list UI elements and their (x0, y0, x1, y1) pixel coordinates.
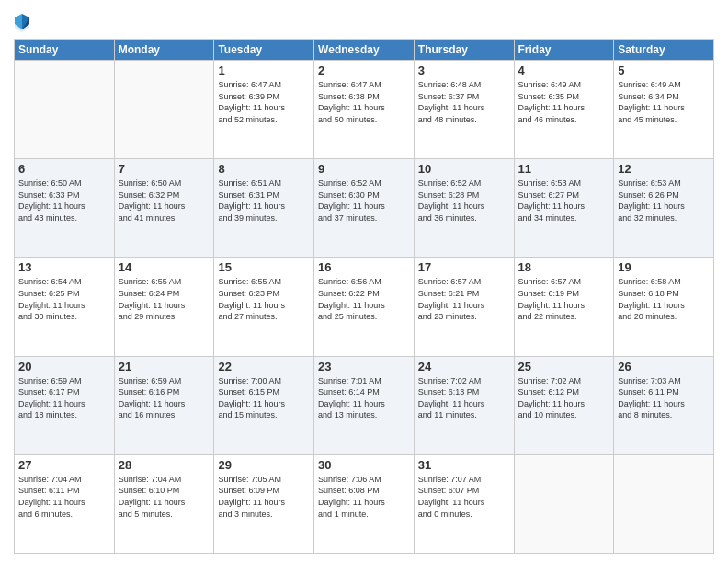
calendar-day-header-saturday: Saturday (614, 40, 714, 61)
day-info: Sunrise: 6:57 AM Sunset: 6:19 PM Dayligh… (518, 276, 610, 322)
calendar-day-16: 16Sunrise: 6:56 AM Sunset: 6:22 PM Dayli… (314, 258, 415, 356)
day-info: Sunrise: 7:04 AM Sunset: 6:11 PM Dayligh… (18, 474, 110, 520)
day-number: 8 (218, 162, 310, 176)
day-number: 30 (318, 458, 410, 472)
day-number: 18 (518, 260, 610, 274)
calendar-day-2: 2Sunrise: 6:47 AM Sunset: 6:38 PM Daylig… (314, 61, 415, 159)
day-info: Sunrise: 6:53 AM Sunset: 6:26 PM Dayligh… (618, 178, 710, 224)
day-number: 19 (618, 260, 710, 274)
calendar-day-14: 14Sunrise: 6:55 AM Sunset: 6:24 PM Dayli… (114, 258, 214, 356)
page: SundayMondayTuesdayWednesdayThursdayFrid… (0, 0, 728, 563)
day-number: 28 (119, 458, 210, 472)
calendar-day-21: 21Sunrise: 6:59 AM Sunset: 6:16 PM Dayli… (114, 356, 214, 454)
calendar-day-3: 3Sunrise: 6:48 AM Sunset: 6:37 PM Daylig… (414, 61, 514, 159)
day-number: 15 (218, 260, 310, 274)
day-info: Sunrise: 6:52 AM Sunset: 6:28 PM Dayligh… (418, 178, 510, 224)
day-number: 16 (318, 260, 410, 274)
day-number: 11 (518, 162, 610, 176)
calendar-week-row: 1Sunrise: 6:47 AM Sunset: 6:39 PM Daylig… (15, 61, 714, 159)
calendar-week-row: 6Sunrise: 6:50 AM Sunset: 6:33 PM Daylig… (15, 159, 714, 258)
calendar-day-11: 11Sunrise: 6:53 AM Sunset: 6:27 PM Dayli… (514, 159, 614, 258)
calendar-day-12: 12Sunrise: 6:53 AM Sunset: 6:26 PM Dayli… (614, 159, 714, 258)
calendar-day-7: 7Sunrise: 6:50 AM Sunset: 6:32 PM Daylig… (114, 159, 214, 258)
calendar-day-13: 13Sunrise: 6:54 AM Sunset: 6:25 PM Dayli… (15, 258, 115, 356)
calendar-empty-cell (114, 61, 214, 159)
day-info: Sunrise: 6:54 AM Sunset: 6:25 PM Dayligh… (18, 276, 110, 322)
day-number: 25 (518, 360, 610, 373)
logo (14, 13, 32, 33)
calendar-day-22: 22Sunrise: 7:00 AM Sunset: 6:15 PM Dayli… (214, 356, 314, 454)
day-info: Sunrise: 6:59 AM Sunset: 6:17 PM Dayligh… (18, 375, 110, 421)
day-info: Sunrise: 7:04 AM Sunset: 6:10 PM Dayligh… (119, 474, 210, 520)
calendar-day-20: 20Sunrise: 6:59 AM Sunset: 6:17 PM Dayli… (15, 356, 115, 454)
day-number: 23 (318, 360, 410, 373)
calendar-day-9: 9Sunrise: 6:52 AM Sunset: 6:30 PM Daylig… (314, 159, 415, 258)
calendar-day-header-wednesday: Wednesday (314, 40, 415, 61)
day-info: Sunrise: 7:00 AM Sunset: 6:15 PM Dayligh… (218, 375, 310, 421)
day-number: 7 (119, 162, 210, 176)
day-number: 14 (119, 260, 210, 274)
day-number: 31 (418, 458, 510, 472)
day-number: 26 (618, 360, 710, 373)
day-number: 24 (418, 360, 510, 373)
calendar-day-29: 29Sunrise: 7:05 AM Sunset: 6:09 PM Dayli… (214, 454, 314, 553)
calendar-day-27: 27Sunrise: 7:04 AM Sunset: 6:11 PM Dayli… (15, 454, 115, 553)
calendar-day-header-friday: Friday (514, 40, 614, 61)
day-number: 3 (418, 63, 510, 77)
day-info: Sunrise: 6:47 AM Sunset: 6:38 PM Dayligh… (318, 79, 410, 125)
day-info: Sunrise: 6:57 AM Sunset: 6:21 PM Dayligh… (418, 276, 510, 322)
calendar-day-8: 8Sunrise: 6:51 AM Sunset: 6:31 PM Daylig… (214, 159, 314, 258)
calendar-week-row: 13Sunrise: 6:54 AM Sunset: 6:25 PM Dayli… (15, 258, 714, 356)
calendar-empty-cell (15, 61, 115, 159)
day-info: Sunrise: 6:50 AM Sunset: 6:33 PM Dayligh… (18, 178, 110, 224)
day-info: Sunrise: 6:50 AM Sunset: 6:32 PM Dayligh… (119, 178, 210, 224)
day-info: Sunrise: 6:47 AM Sunset: 6:39 PM Dayligh… (218, 79, 310, 125)
day-info: Sunrise: 7:05 AM Sunset: 6:09 PM Dayligh… (218, 474, 310, 520)
day-number: 13 (18, 260, 110, 274)
day-number: 4 (518, 63, 610, 77)
calendar-day-28: 28Sunrise: 7:04 AM Sunset: 6:10 PM Dayli… (114, 454, 214, 553)
calendar-day-25: 25Sunrise: 7:02 AM Sunset: 6:12 PM Dayli… (514, 356, 614, 454)
calendar-day-4: 4Sunrise: 6:49 AM Sunset: 6:35 PM Daylig… (514, 61, 614, 159)
day-info: Sunrise: 6:59 AM Sunset: 6:16 PM Dayligh… (119, 375, 210, 421)
calendar-day-26: 26Sunrise: 7:03 AM Sunset: 6:11 PM Dayli… (614, 356, 714, 454)
calendar-week-row: 20Sunrise: 6:59 AM Sunset: 6:17 PM Dayli… (15, 356, 714, 454)
calendar-header-row: SundayMondayTuesdayWednesdayThursdayFrid… (15, 40, 714, 61)
day-info: Sunrise: 7:06 AM Sunset: 6:08 PM Dayligh… (318, 474, 410, 520)
calendar-day-17: 17Sunrise: 6:57 AM Sunset: 6:21 PM Dayli… (414, 258, 514, 356)
day-info: Sunrise: 7:07 AM Sunset: 6:07 PM Dayligh… (418, 474, 510, 520)
header (14, 9, 714, 33)
calendar-day-header-thursday: Thursday (414, 40, 514, 61)
calendar-day-15: 15Sunrise: 6:55 AM Sunset: 6:23 PM Dayli… (214, 258, 314, 356)
calendar-empty-cell (614, 454, 714, 553)
calendar-day-1: 1Sunrise: 6:47 AM Sunset: 6:39 PM Daylig… (214, 61, 314, 159)
day-number: 2 (318, 63, 410, 77)
day-info: Sunrise: 7:02 AM Sunset: 6:12 PM Dayligh… (518, 375, 610, 421)
calendar-day-6: 6Sunrise: 6:50 AM Sunset: 6:33 PM Daylig… (15, 159, 115, 258)
day-number: 29 (218, 458, 310, 472)
calendar-day-23: 23Sunrise: 7:01 AM Sunset: 6:14 PM Dayli… (314, 356, 415, 454)
calendar-week-row: 27Sunrise: 7:04 AM Sunset: 6:11 PM Dayli… (15, 454, 714, 553)
calendar-table: SundayMondayTuesdayWednesdayThursdayFrid… (14, 39, 714, 554)
calendar-day-header-tuesday: Tuesday (214, 40, 314, 61)
calendar-day-header-monday: Monday (114, 40, 214, 61)
day-number: 5 (618, 63, 710, 77)
day-info: Sunrise: 6:49 AM Sunset: 6:35 PM Dayligh… (518, 79, 610, 125)
day-number: 27 (18, 458, 110, 472)
day-info: Sunrise: 7:01 AM Sunset: 6:14 PM Dayligh… (318, 375, 410, 421)
calendar-day-30: 30Sunrise: 7:06 AM Sunset: 6:08 PM Dayli… (314, 454, 415, 553)
calendar-day-24: 24Sunrise: 7:02 AM Sunset: 6:13 PM Dayli… (414, 356, 514, 454)
logo-icon (14, 13, 30, 33)
day-info: Sunrise: 6:56 AM Sunset: 6:22 PM Dayligh… (318, 276, 410, 322)
day-info: Sunrise: 6:49 AM Sunset: 6:34 PM Dayligh… (618, 79, 710, 125)
day-number: 17 (418, 260, 510, 274)
day-number: 22 (218, 360, 310, 373)
day-info: Sunrise: 6:55 AM Sunset: 6:24 PM Dayligh… (119, 276, 210, 322)
calendar-empty-cell (514, 454, 614, 553)
day-number: 10 (418, 162, 510, 176)
calendar-day-31: 31Sunrise: 7:07 AM Sunset: 6:07 PM Dayli… (414, 454, 514, 553)
calendar-day-header-sunday: Sunday (15, 40, 115, 61)
day-info: Sunrise: 7:03 AM Sunset: 6:11 PM Dayligh… (618, 375, 710, 421)
day-number: 6 (18, 162, 110, 176)
calendar-day-19: 19Sunrise: 6:58 AM Sunset: 6:18 PM Dayli… (614, 258, 714, 356)
